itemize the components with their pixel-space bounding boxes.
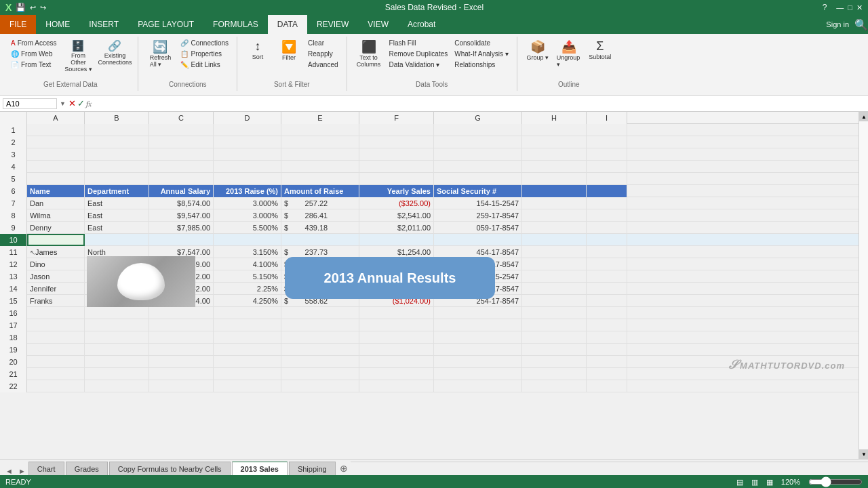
tab-acrobat[interactable]: Acrobat [398,15,445,34]
embedded-image[interactable] [87,256,195,307]
zoom-slider[interactable] [808,479,863,485]
col-header-e[interactable]: E [281,112,359,124]
sort-button[interactable]: ↕️ Sort [243,38,273,62]
cell-h1[interactable] [522,124,587,136]
cell-a10[interactable] [27,234,85,246]
cell-f4[interactable] [359,161,434,173]
quick-access-save[interactable]: 💾 [16,3,26,12]
cell-h9[interactable] [522,222,587,234]
cell-d6[interactable]: 2013 Raise (%) [214,185,281,197]
ungroup-button[interactable]: 📤 Ungroup ▾ [554,38,584,69]
col-header-b[interactable]: B [85,112,149,124]
cell-h14[interactable] [522,283,587,295]
cell-g7[interactable]: 154-15-2547 [434,197,522,209]
maximize-button[interactable]: □ [848,3,852,12]
cell-i6[interactable] [587,185,627,197]
col-header-h[interactable]: H [522,112,587,124]
advanced-button[interactable]: Advanced [305,60,340,70]
cell-g10[interactable] [434,234,522,246]
tab-pagelayout[interactable]: PAGE LAYOUT [128,15,203,34]
cell-a1[interactable] [27,124,85,136]
cell-e8[interactable]: $ 286.41 [281,209,359,222]
consolidate-button[interactable]: Consolidate [452,38,511,48]
cell-h2[interactable] [522,136,587,148]
cell-b4[interactable] [85,161,149,173]
cancel-formula-icon[interactable]: ✕ [68,98,76,108]
cell-e10[interactable] [281,234,359,246]
cell-d4[interactable] [214,161,281,173]
cell-b2[interactable] [85,136,149,148]
cell-d14[interactable]: 2.25% [214,283,281,295]
cell-g3[interactable] [434,148,522,161]
clear-button[interactable]: Clear [305,38,340,48]
cell-a12[interactable]: Dino [27,258,85,270]
cell-d11[interactable]: 3.150% [214,246,281,258]
relationships-button[interactable]: Relationships [452,60,511,70]
cell-i2[interactable] [587,136,627,148]
properties-button[interactable]: 📋 Properties [178,49,231,59]
from-access-button[interactable]: A From Access [8,38,59,48]
help-button[interactable]: ? [823,3,827,12]
cell-a2[interactable] [27,136,85,148]
tab-home[interactable]: HOME [36,15,79,34]
cell-e7[interactable]: $ 257.22 [281,197,359,209]
cell-b9[interactable]: East [85,222,149,234]
cell-i4[interactable] [587,161,627,173]
cell-a4[interactable] [27,161,85,173]
cell-b10[interactable] [85,234,149,246]
cell-g1[interactable] [434,124,522,136]
cell-i9[interactable] [587,222,627,234]
cell-a14[interactable]: Jennifer [27,283,85,295]
scroll-up-button[interactable]: ▲ [859,112,868,121]
cell-b7[interactable]: East [85,197,149,209]
cell-i1[interactable] [587,124,627,136]
group-button[interactable]: 📦 Group ▾ [523,38,553,62]
col-header-a[interactable]: A [27,112,85,124]
search-icon[interactable]: 🔍 [854,18,868,31]
cell-i11[interactable] [587,246,627,258]
cell-d10[interactable] [214,234,281,246]
cell-b8[interactable]: East [85,209,149,222]
from-web-button[interactable]: 🌐 From Web [8,49,59,59]
cell-c10[interactable] [149,234,214,246]
cell-h3[interactable] [522,148,587,161]
cell-a11[interactable]: ↖James [27,246,85,258]
cell-a13[interactable]: Jason [27,270,85,283]
cell-c2[interactable] [149,136,214,148]
cell-d3[interactable] [214,148,281,161]
col-header-f[interactable]: F [359,112,434,124]
cell-f9[interactable]: $2,011.00 [359,222,434,234]
cell-f10[interactable] [359,234,434,246]
tab-copy-formulas[interactable]: Copy Formulas to Nearby Cells [109,462,231,475]
cell-h8[interactable] [522,209,587,222]
connections-button[interactable]: 🔗 Connections [178,38,231,48]
cell-b3[interactable] [85,148,149,161]
tab-data[interactable]: DATA [268,15,307,34]
cell-h7[interactable] [522,197,587,209]
tab-shipping[interactable]: Shipping [289,462,336,475]
col-header-i[interactable]: I [587,112,627,124]
cell-h4[interactable] [522,161,587,173]
tab-2013-sales[interactable]: 2013 Sales [232,462,288,475]
cell-a7[interactable]: Dan [27,197,85,209]
name-box[interactable] [3,98,57,109]
cell-d8[interactable]: 3.000% [214,209,281,222]
cell-c6[interactable]: Annual Salary [149,185,214,197]
tab-file[interactable]: FILE [0,15,36,34]
cell-f5[interactable] [359,173,434,185]
cell-d9[interactable]: 5.500% [214,222,281,234]
col-header-d[interactable]: D [214,112,281,124]
cell-h5[interactable] [522,173,587,185]
cell-e4[interactable] [281,161,359,173]
data-validation-button[interactable]: Data Validation ▾ [387,60,451,70]
view-normal-icon[interactable]: ▤ [736,478,743,487]
existing-connections-button[interactable]: 🔗 ExistingConnections [97,38,132,67]
cell-e6[interactable]: Amount of Raise [281,185,359,197]
tab-chart[interactable]: Chart [28,462,64,475]
cell-h6[interactable] [522,185,587,197]
cell-g2[interactable] [434,136,522,148]
cell-h13[interactable] [522,270,587,283]
minimize-button[interactable]: — [836,3,844,12]
cell-d13[interactable]: 5.150% [214,270,281,283]
cell-c4[interactable] [149,161,214,173]
